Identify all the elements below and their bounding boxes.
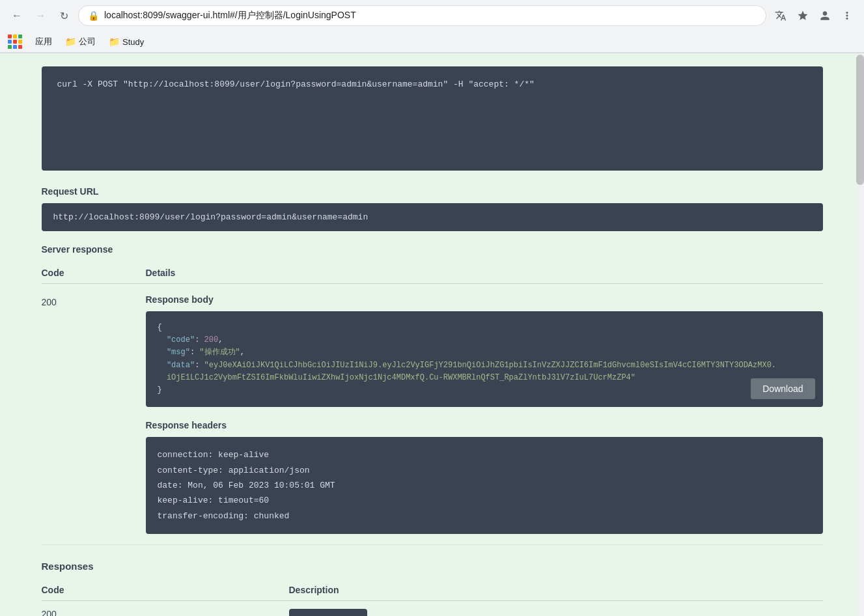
address-bar[interactable]: 🔒 localhost:8099/swagger-ui.html#/用户控制器/… xyxy=(78,5,766,26)
browser-toolbar: ← → ↻ 🔒 localhost:8099/swagger-ui.html#/… xyxy=(0,0,864,31)
request-url-block: http://localhost:8099/user/login?passwor… xyxy=(42,203,823,231)
response-body-block: { "code": 200, "msg": "操作成功", "data": "e… xyxy=(146,311,823,407)
request-url-value: http://localhost:8099/user/login?passwor… xyxy=(53,212,369,222)
swagger-container: curl -X POST "http://localhost:8099/user… xyxy=(22,53,843,616)
header-keep-alive: keep-alive: timeout=60 xyxy=(158,493,811,508)
curl-command-text: curl -X POST "http://localhost:8099/user… xyxy=(57,79,535,89)
response-code-200: 200 xyxy=(42,294,94,534)
scrollbar-track[interactable] xyxy=(856,55,864,616)
bookmarks-bar: 应用 📁 公司 📁 Study xyxy=(0,31,864,53)
back-button[interactable]: ← xyxy=(8,7,26,25)
bookmark-study-label: Study xyxy=(122,37,144,47)
browser-actions xyxy=(772,7,856,25)
apps-grid-icon xyxy=(8,35,22,49)
details-header: Details xyxy=(146,268,176,278)
response-headers-label: Response headers xyxy=(146,420,823,430)
bookmark-apps[interactable]: 应用 xyxy=(30,34,57,49)
menu-button[interactable] xyxy=(838,7,856,25)
header-content-type: content-type: application/json xyxy=(158,463,811,478)
response-body-line-3: "msg": "操作成功", xyxy=(158,346,811,359)
bookmark-company-label: 公司 xyxy=(79,36,96,48)
response-table-header: Code Details xyxy=(42,262,823,284)
server-response-label: Server response xyxy=(42,244,823,255)
responses-label: Responses xyxy=(42,561,823,572)
header-transfer-encoding: transfer-encoding: chunked xyxy=(158,509,811,524)
profile-button[interactable] xyxy=(816,7,834,25)
responses-desc-ok: OK xyxy=(289,609,823,616)
url-text: localhost:8099/swagger-ui.html#/用户控制器/Lo… xyxy=(104,10,757,21)
header-connection: connection: keep-alive xyxy=(158,447,811,462)
translate-button[interactable] xyxy=(772,7,790,25)
download-button[interactable]: Download xyxy=(751,378,815,399)
bookmark-company[interactable]: 📁 公司 xyxy=(60,34,101,49)
response-body-line-1: { xyxy=(158,322,811,334)
lock-icon: 🔒 xyxy=(88,10,99,21)
response-body-line-4: "data": "eyJ0eXAiOiJKV1QiLCJhbGciOiJIUzI… xyxy=(158,359,811,384)
bookmark-apps-label: 应用 xyxy=(35,36,52,48)
code-header: Code xyxy=(42,268,94,278)
responses-table-header: Code Description xyxy=(42,580,823,601)
response-row-200: 200 Response body { "code": 200, "msg": … xyxy=(42,284,823,545)
reload-button[interactable]: ↻ xyxy=(55,7,73,25)
scrollbar-thumb[interactable] xyxy=(856,55,864,185)
responses-code-header: Code xyxy=(42,585,289,595)
request-url-label: Request URL xyxy=(42,186,823,197)
responses-section: Responses Code Description 200 OK xyxy=(42,561,823,616)
response-headers-block: connection: keep-alive content-type: app… xyxy=(146,437,823,534)
header-date: date: Mon, 06 Feb 2023 10:05:01 GMT xyxy=(158,478,811,493)
page-content: curl -X POST "http://localhost:8099/user… xyxy=(0,53,864,616)
star-button[interactable] xyxy=(794,7,812,25)
ok-badge: OK xyxy=(289,609,367,616)
responses-code-200: 200 xyxy=(42,609,289,616)
response-body-label: Response body xyxy=(146,294,823,305)
responses-row-200: 200 OK xyxy=(42,601,823,616)
bookmark-study[interactable]: 📁 Study xyxy=(104,35,149,49)
responses-desc-header: Description xyxy=(289,585,339,595)
curl-command-block: curl -X POST "http://localhost:8099/user… xyxy=(42,66,823,171)
folder-icon-study: 📁 xyxy=(109,36,120,47)
response-body-line-2: "code": 200, xyxy=(158,334,811,346)
forward-button[interactable]: → xyxy=(31,7,49,25)
folder-icon-company: 📁 xyxy=(65,36,76,47)
response-body-line-5: } xyxy=(158,384,811,397)
response-details: Response body { "code": 200, "msg": "操作成… xyxy=(146,294,823,534)
